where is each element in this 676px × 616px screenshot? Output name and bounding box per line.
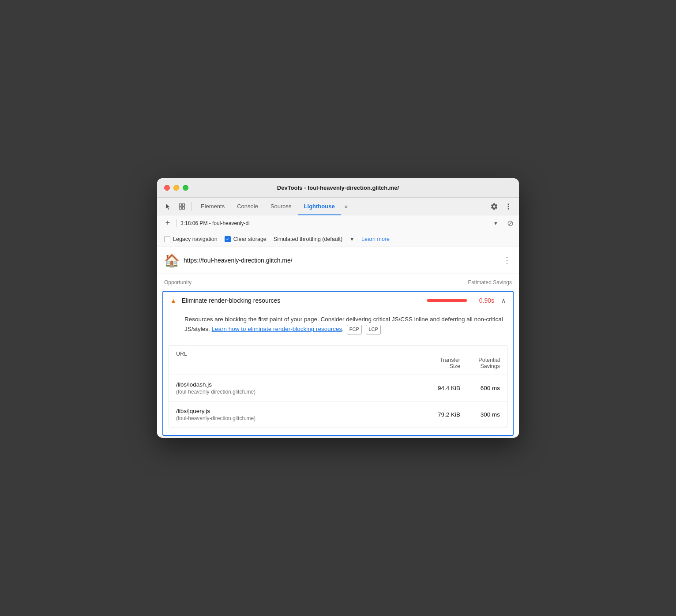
- secondary-toolbar: + 3:18:06 PM - foul-heavenly-di ▼ ⊘: [157, 215, 519, 231]
- url-main-lodash: /libs/lodash.js: [176, 381, 421, 388]
- estimated-savings-col-label: Estimated Savings: [468, 279, 512, 285]
- url-main-jquery: /libs/jquery.js: [176, 408, 421, 414]
- tabs-more-button[interactable]: »: [341, 203, 351, 210]
- opportunity-col-label: Opportunity: [164, 279, 192, 285]
- no-entry-icon[interactable]: ⊘: [507, 218, 514, 228]
- audit-savings-bar: [427, 299, 467, 302]
- title-bar: DevTools - foul-heavenly-direction.glitc…: [157, 178, 519, 198]
- url-cell-lodash: /libs/lodash.js (foul-heavenly-direction…: [176, 381, 421, 395]
- svg-rect-3: [182, 207, 184, 209]
- audit-desc-link[interactable]: Learn how to eliminate render-blocking r…: [212, 326, 342, 332]
- toolbar-divider: [177, 219, 177, 227]
- url-host-lodash: (foul-heavenly-direction.glitch.me): [176, 389, 421, 395]
- close-button[interactable]: [164, 185, 170, 191]
- savings-cell-lodash: 600 ms: [460, 385, 500, 391]
- tab-console[interactable]: Console: [231, 198, 264, 215]
- audit-row-header[interactable]: ▲ Eliminate render-blocking resources 0.…: [163, 292, 513, 309]
- tab-sources[interactable]: Sources: [264, 198, 298, 215]
- clear-storage-checkbox[interactable]: [225, 236, 231, 242]
- lighthouse-url: https://foul-heavenly-direction.glitch.m…: [184, 257, 497, 264]
- layers-icon-btn[interactable]: [175, 199, 189, 214]
- size-cell-jquery: 79.2 KiB: [421, 411, 460, 418]
- svg-rect-0: [179, 204, 181, 206]
- size-cell-lodash: 94.4 KiB: [421, 385, 460, 391]
- throttling-dropdown-arrow[interactable]: ▼: [349, 237, 354, 242]
- table-row: /libs/lodash.js (foul-heavenly-direction…: [169, 375, 507, 402]
- audit-row-render-blocking: ▲ Eliminate render-blocking resources 0.…: [162, 291, 514, 436]
- maximize-button[interactable]: [183, 185, 188, 191]
- lighthouse-header: 🏠 https://foul-heavenly-direction.glitch…: [157, 247, 519, 274]
- url-host-jquery: (foul-heavenly-direction.glitch.me): [176, 415, 421, 421]
- svg-point-6: [508, 208, 509, 210]
- audit-desc-period: .: [342, 326, 344, 332]
- table-header-row: URL Transfer Size Potential Savings: [169, 346, 507, 375]
- fcp-badge: FCP: [347, 325, 362, 334]
- warning-triangle-icon: ▲: [170, 297, 177, 304]
- audit-table: URL Transfer Size Potential Savings /lib…: [169, 345, 507, 428]
- throttling-label: Simulated throttling (default): [274, 236, 342, 242]
- settings-icon-btn[interactable]: [487, 199, 501, 214]
- legacy-navigation-checkbox[interactable]: [164, 236, 170, 242]
- chevron-up-icon[interactable]: ∧: [501, 297, 506, 304]
- lighthouse-more-menu[interactable]: ⋮: [503, 256, 512, 265]
- legacy-navigation-checkbox-item[interactable]: Legacy navigation: [164, 236, 218, 242]
- tab-lighthouse[interactable]: Lighthouse: [298, 198, 341, 215]
- audit-savings-value: 0.90s: [472, 297, 494, 304]
- devtools-tabs-bar: Elements Console Sources Lighthouse »: [157, 198, 519, 215]
- url-display: 3:18:06 PM - foul-heavenly-di: [180, 220, 490, 226]
- svg-rect-2: [179, 207, 181, 209]
- table-col-url: URL: [176, 351, 421, 369]
- url-dropdown-arrow[interactable]: ▼: [493, 221, 498, 226]
- lcp-badge: LCP: [366, 325, 380, 334]
- clear-storage-label: Clear storage: [233, 236, 267, 242]
- options-bar: Legacy navigation Clear storage Simulate…: [157, 231, 519, 247]
- tab-elements[interactable]: Elements: [195, 198, 231, 215]
- add-button[interactable]: +: [162, 218, 173, 229]
- table-col-size: Transfer Size: [421, 351, 460, 369]
- minimize-button[interactable]: [173, 185, 179, 191]
- cursor-icon-btn[interactable]: [161, 199, 175, 214]
- audit-title: Eliminate render-blocking resources: [182, 297, 422, 304]
- legacy-navigation-label: Legacy navigation: [173, 236, 218, 242]
- svg-point-4: [508, 203, 509, 205]
- url-cell-jquery: /libs/jquery.js (foul-heavenly-direction…: [176, 408, 421, 421]
- main-content: 🏠 https://foul-heavenly-direction.glitch…: [157, 247, 519, 436]
- tab-divider-1: [192, 202, 192, 211]
- table-col-savings: Potential Savings: [460, 351, 500, 369]
- opportunity-header: Opportunity Estimated Savings: [157, 274, 519, 289]
- audit-description: Resources are blocking the first paint o…: [163, 309, 513, 341]
- devtools-window: DevTools - foul-heavenly-direction.glitc…: [157, 178, 519, 437]
- learn-more-link[interactable]: Learn more: [361, 236, 390, 242]
- clear-storage-checkbox-item[interactable]: Clear storage: [225, 236, 267, 242]
- svg-rect-1: [182, 204, 184, 206]
- traffic-lights: [164, 185, 188, 191]
- lighthouse-logo-icon: 🏠: [164, 253, 178, 267]
- window-title: DevTools - foul-heavenly-direction.glitc…: [277, 184, 399, 191]
- table-row: /libs/jquery.js (foul-heavenly-direction…: [169, 402, 507, 428]
- savings-cell-jquery: 300 ms: [460, 411, 500, 418]
- more-options-icon-btn[interactable]: [501, 199, 515, 214]
- svg-point-5: [508, 206, 509, 207]
